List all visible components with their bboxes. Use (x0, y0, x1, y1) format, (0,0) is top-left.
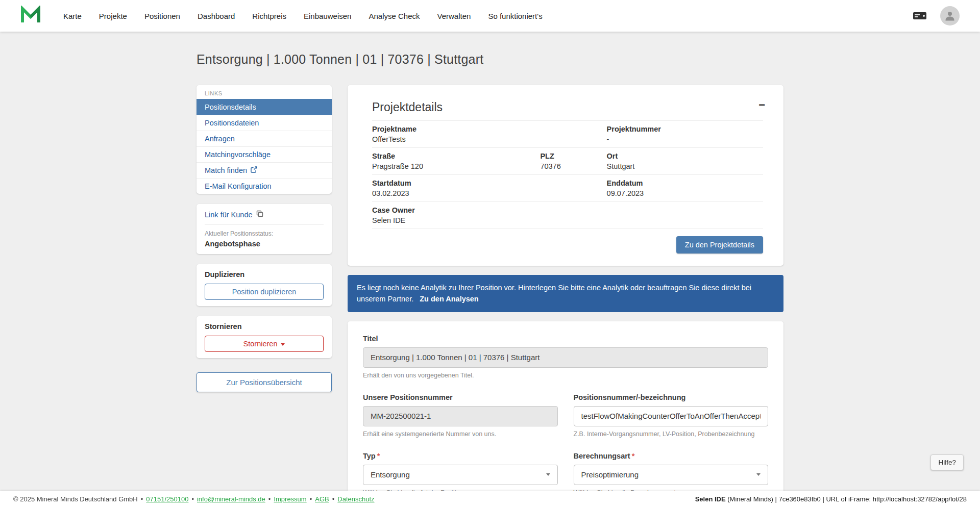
footer-link-datenschutz[interactable]: Datenschutz (337, 495, 374, 503)
duplicate-position-button[interactable]: Position duplizieren (205, 284, 324, 300)
typ-select-value: Entsorgung (371, 470, 410, 479)
person-icon (944, 10, 956, 22)
positionsnummer-label: Positionsnummer/-bezeichnung (574, 393, 769, 401)
main-navigation: Karte Projekte Positionen Dashboard Rich… (63, 12, 543, 20)
footer-link-agb[interactable]: AGB (315, 495, 329, 503)
session-details: (Mineral Minds) | 7ce360e83fb0 | URL of … (727, 495, 967, 503)
titel-input (363, 347, 768, 368)
startdatum-label: Startdatum (372, 179, 540, 187)
links-header: LINKS (197, 85, 332, 99)
nav-item-karte[interactable]: Karte (63, 12, 82, 20)
unsere-positionsnummer-field-group: Unsere Positionsnummer Erhält eine syste… (363, 393, 558, 438)
sidebar-item-matchingvorschlaege[interactable]: Matchingvorschläge (197, 146, 332, 162)
help-button[interactable]: Hilfe? (930, 454, 964, 470)
nav-item-richtpreis[interactable]: Richtpreis (252, 12, 286, 20)
ort-label: Ort (607, 152, 763, 160)
berechnungsart-select[interactable]: Preisoptimierung (574, 465, 769, 485)
strasse-value: Pragstraße 120 (372, 162, 540, 170)
strasse-label: Straße (372, 152, 540, 160)
project-details-card: Projektdetails − Projektname OfferTests … (348, 85, 783, 266)
table-row: Straße Pragstraße 120 PLZ 70376 Ort Stut… (372, 148, 763, 175)
positionsnummer-input[interactable] (574, 406, 769, 426)
separator (310, 495, 312, 503)
case-owner-value: Selen IDE (372, 216, 540, 224)
unsere-positionsnummer-label: Unsere Positionsnummer (363, 393, 558, 401)
startdatum-value: 03.02.2023 (372, 189, 540, 197)
nav-item-positionen[interactable]: Positionen (144, 12, 180, 20)
footer-left: © 2025 Mineral Minds Deutschland GmbH 07… (13, 495, 375, 503)
footer-link-email[interactable]: info@mineral-minds.de (197, 495, 265, 503)
nav-item-analyse-check[interactable]: Analyse Check (369, 12, 420, 20)
customer-link-label: Link für Kunde (205, 211, 253, 219)
cancel-header: Stornieren (205, 322, 324, 331)
nav-item-so-funktionierts[interactable]: So funktioniert's (488, 12, 542, 20)
titel-field-group: Titel Erhält den von uns vorgegebenen Ti… (363, 335, 768, 379)
table-row: Startdatum 03.02.2023 Enddatum 09.07.202… (372, 175, 763, 202)
typ-field-group: Typ* Entsorgung Wählen Sie hier die Art … (363, 452, 558, 496)
position-overview-button[interactable]: Zur Positionsübersicht (197, 372, 332, 392)
typ-label: Typ* (363, 452, 558, 460)
required-asterisk: * (632, 452, 635, 460)
footer-link-phone[interactable]: 07151/250100 (146, 495, 188, 503)
required-asterisk: * (377, 452, 380, 460)
project-details-table: Projektname OfferTests Projektnummer - S… (372, 120, 763, 229)
navbar-right (913, 6, 960, 26)
footer-link-impressum[interactable]: Impressum (274, 495, 306, 503)
separator (332, 495, 335, 503)
ort-value: Stuttgart (607, 162, 763, 170)
titel-helper: Erhält den von uns vorgegebenen Titel. (363, 372, 768, 379)
nav-item-projekte[interactable]: Projekte (99, 12, 127, 20)
position-status-label: Aktueller Positionsstatus: (205, 230, 324, 237)
duplicate-card: Duplizieren Position duplizieren (197, 264, 332, 306)
chevron-down-icon (756, 473, 761, 476)
customer-link[interactable]: Link für Kunde (205, 210, 324, 225)
collapse-icon[interactable]: − (758, 99, 765, 111)
projektname-value: OfferTests (372, 135, 540, 143)
copy-icon (256, 210, 263, 219)
nav-item-dashboard[interactable]: Dashboard (198, 12, 235, 20)
nav-item-einbauweisen[interactable]: Einbauweisen (304, 12, 351, 20)
berechnungsart-label: Berechnungsart* (574, 452, 769, 460)
projektnummer-label: Projektnummer (607, 125, 763, 133)
banner-text: Es liegt noch keine Analytik zu Ihrer Po… (357, 284, 751, 303)
sidebar-item-positionsdetails[interactable]: Positionsdetails (197, 99, 332, 115)
enddatum-value: 09.07.2023 (607, 189, 763, 197)
cancel-card: Stornieren Stornieren (197, 316, 332, 358)
berechnungsart-field-group: Berechnungsart* Preisoptimierung Wählen … (574, 452, 769, 496)
position-form-card: Titel Erhält den von uns vorgegebenen Ti… (348, 321, 783, 507)
brand-logo[interactable] (20, 6, 41, 26)
case-owner-label: Case Owner (372, 206, 540, 214)
main-content: Projektdetails − Projektname OfferTests … (348, 85, 783, 507)
customer-link-card: Link für Kunde Aktueller Positionsstatus… (197, 204, 332, 254)
plz-value: 70376 (540, 162, 606, 170)
cancel-dropdown-button[interactable]: Stornieren (205, 336, 324, 352)
separator (191, 495, 194, 503)
cancel-button-label: Stornieren (243, 340, 278, 348)
sidebar-links-card: LINKS Positionsdetails Positionsdateien … (197, 85, 332, 194)
nav-item-verwalten[interactable]: Verwalten (437, 12, 471, 20)
table-row: Case Owner Selen IDE (372, 202, 763, 229)
analyses-link[interactable]: Zu den Analysen (420, 295, 478, 303)
footer: © 2025 Mineral Minds Deutschland GmbH 07… (0, 491, 980, 507)
typ-select[interactable]: Entsorgung (363, 465, 558, 485)
berechnungsart-select-value: Preisoptimierung (581, 470, 639, 479)
sidebar-item-label: Match finden (205, 166, 247, 174)
sidebar-item-anfragen[interactable]: Anfragen (197, 131, 332, 146)
position-status-value: Angebotsphase (205, 240, 324, 248)
sidebar-item-positionsdateien[interactable]: Positionsdateien (197, 115, 332, 131)
page-content: Entsorgung | 1.000 Tonnen | 01 | 70376 |… (197, 32, 783, 507)
sidebar-item-match-finden[interactable]: Match finden (197, 162, 332, 178)
projektnummer-value: - (607, 135, 763, 143)
titel-label: Titel (363, 335, 768, 343)
user-avatar[interactable] (940, 6, 960, 26)
session-info: Selen IDE (Mineral Minds) | 7ce360e83fb0… (695, 495, 967, 503)
project-details-button[interactable]: Zu den Projektdetails (676, 236, 763, 253)
chevron-down-icon (281, 343, 285, 346)
sidebar-item-email-konfiguration[interactable]: E-Mail Konfiguration (197, 178, 332, 194)
separator (141, 495, 143, 503)
session-user-name: Selen IDE (695, 495, 726, 503)
separator (268, 495, 271, 503)
server-icon[interactable] (913, 11, 927, 21)
page-title: Entsorgung | 1.000 Tonnen | 01 | 70376 |… (197, 52, 783, 67)
table-row: Projektname OfferTests Projektnummer - (372, 121, 763, 148)
